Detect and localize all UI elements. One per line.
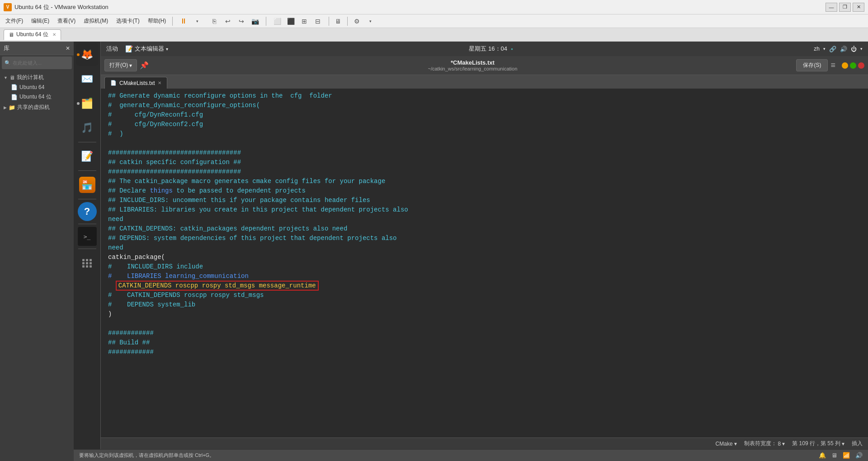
- editor-maximize-btn[interactable]: [850, 62, 856, 69]
- tree-icon-mycomputer: 🖥: [9, 75, 15, 81]
- dock-rhythmbox[interactable]: 🎵: [76, 117, 99, 139]
- gnome-topbar: 活动 📝 文本编辑器 ▾ 星期五 16：04 ● zh ▾: [101, 42, 868, 56]
- code-line-7: ###################################: [101, 148, 868, 158]
- status-bar: CMake ▾ 制表符宽度： 8 ▾ 第 109 行，第 55 列 ▾ 插入: [101, 437, 868, 449]
- menu-vm[interactable]: 虚拟机(M): [80, 16, 112, 26]
- code-editor[interactable]: ## Generate dynamic reconfigure options …: [101, 89, 868, 437]
- send-ctrl-alt-del[interactable]: ⎘: [208, 16, 221, 27]
- status-bar-right: CMake ▾ 制表符宽度： 8 ▾ 第 109 行，第 55 列 ▾ 插入: [716, 440, 863, 447]
- code-line-16: ## DEPENDS: system dependencies of this …: [101, 234, 868, 243]
- preferences[interactable]: ⚙: [350, 16, 363, 27]
- editor-close-btn[interactable]: [858, 62, 864, 69]
- position-label: 第 109 行，第 55 列: [792, 440, 840, 447]
- tree-node-ubuntu64bit[interactable]: 📄 Ubuntu 64 位: [0, 92, 74, 102]
- gnome-appname[interactable]: 📝 文本编辑器 ▾: [125, 45, 168, 53]
- menu-file[interactable]: 文件(F): [2, 16, 27, 26]
- code-line-18: catkin_package(: [101, 253, 868, 262]
- vm-tab-label: Ubuntu 64 位: [16, 31, 48, 38]
- title-bar: V Ubuntu 64 位 - VMware Workstation — ❐ ✕: [0, 0, 868, 14]
- open-button[interactable]: 打开(O) ▾: [104, 59, 137, 71]
- code-line-9: ###################################: [101, 167, 868, 177]
- editor-minimize-btn[interactable]: [842, 62, 848, 69]
- editor-menu-icon[interactable]: ≡: [830, 61, 835, 70]
- search-icon: 🔍: [5, 60, 11, 66]
- view-normal[interactable]: ⬜: [271, 16, 283, 27]
- gnome-lang-arrow: ▾: [823, 47, 826, 51]
- view-unity[interactable]: ⊞: [298, 16, 311, 27]
- sidebar-tree: ▼ 🖥 我的计算机 📄 Ubuntu 64 📄 Ubuntu 64 位 ▶ 📁 …: [0, 71, 74, 461]
- file-path: ~/catkin_ws/src/learning_communication: [149, 66, 796, 71]
- content-with-dock: 🦊 ✉️ 🗂️ 🎵 📝 🏪: [74, 42, 868, 449]
- gnome-clock-dot: ●: [511, 47, 513, 51]
- code-line-2: # generate_dynamic_reconfigure_options(: [101, 101, 868, 110]
- dock-writer[interactable]: 📝: [76, 145, 99, 168]
- dock-thunderbird[interactable]: ✉️: [76, 68, 99, 90]
- editor-tabs: 📄 CMakeLists.txt ✕: [101, 75, 868, 89]
- gnome-clock: 星期五 16：04: [469, 45, 507, 53]
- editor-titlebar-left: 打开(O) ▾ 📌: [104, 59, 149, 71]
- status-position[interactable]: 第 109 行，第 55 列 ▾: [792, 440, 844, 447]
- dock-separator-4: [78, 224, 96, 224]
- dock-software[interactable]: 🏪: [76, 174, 99, 196]
- save-button[interactable]: 保存(S): [796, 59, 828, 71]
- tree-icon-ubuntu64bit: 📄: [11, 94, 18, 100]
- close-button[interactable]: ✕: [853, 3, 864, 12]
- gnome-lang[interactable]: zh: [814, 46, 820, 52]
- software-icon: 🏪: [79, 177, 95, 193]
- app-dock: 🦊 ✉️ 🗂️ 🎵 📝 🏪: [74, 42, 101, 449]
- terminal-icon: >_: [84, 233, 91, 240]
- status-language[interactable]: CMake ▾: [716, 441, 737, 447]
- dock-terminal[interactable]: >_: [78, 227, 97, 246]
- sidebar-search-box[interactable]: 🔍: [2, 56, 72, 69]
- vm-tab-close[interactable]: ✕: [52, 32, 56, 37]
- notification-text: 要将输入定向到该虚拟机，请在虚拟机内部单击或按 Ctrl+G。: [79, 452, 214, 459]
- tab-width-arrow: ▾: [782, 441, 785, 447]
- vm-tab-ubuntu[interactable]: 🖥 Ubuntu 64 位 ✕: [4, 29, 61, 40]
- dock-files[interactable]: 🗂️: [76, 92, 99, 115]
- menu-tab[interactable]: 选项卡(T): [113, 16, 143, 26]
- view-fullscreen[interactable]: ⬛: [284, 16, 297, 27]
- insert-mode-label: 插入: [852, 440, 863, 447]
- toolbar-group-2: ⎘ ↩ ↪ 📷: [208, 16, 261, 27]
- main-layout: 库 ✕ 🔍 ▼ 🖥 我的计算机 📄 Ubuntu 64 📄 Ubuntu 64 …: [0, 42, 868, 461]
- pause-arrow[interactable]: ▾: [191, 16, 203, 27]
- notification-right: 🔔 🖥 📶 🔊: [819, 452, 863, 459]
- menu-bar: 文件(F) 编辑(E) 查看(V) 虚拟机(M) 选项卡(T) 帮助(H) ⏸ …: [0, 14, 868, 28]
- menu-help[interactable]: 帮助(H): [144, 16, 170, 26]
- pause-button[interactable]: ⏸: [177, 16, 190, 27]
- gnome-system-arrow[interactable]: ▾: [860, 47, 863, 51]
- pin-icon[interactable]: 📌: [140, 61, 149, 70]
- menu-view[interactable]: 查看(V): [54, 16, 79, 26]
- sidebar-search-input[interactable]: [13, 60, 69, 66]
- code-line-active[interactable]: CATKIN_DEPENDS roscpp rospy std_msgs mes…: [101, 281, 868, 291]
- snapshot-back[interactable]: ↩: [222, 16, 234, 27]
- dock-apps[interactable]: [76, 252, 99, 274]
- tree-label-mycomputer: 我的计算机: [17, 74, 44, 81]
- console-view[interactable]: 🖥: [332, 16, 344, 27]
- gnome-activities[interactable]: 活动: [106, 45, 118, 53]
- code-line-24: ): [101, 310, 868, 319]
- code-line-3: # cfg/DynReconf1.cfg: [101, 110, 868, 120]
- tab-close-btn[interactable]: ✕: [158, 80, 161, 85]
- dock-separator-3: [78, 199, 96, 199]
- view-settings[interactable]: ⊟: [311, 16, 324, 27]
- menu-edit[interactable]: 编辑(E): [28, 16, 53, 26]
- editor-tab-cmake[interactable]: 📄 CMakeLists.txt ✕: [104, 77, 167, 89]
- toolbar-separator-2: [266, 17, 266, 26]
- dock-firefox[interactable]: 🦊: [76, 43, 99, 66]
- sidebar-close-icon[interactable]: ✕: [66, 45, 70, 52]
- preferences-arrow[interactable]: ▾: [364, 16, 377, 27]
- status-tab-width[interactable]: 制表符宽度： 8 ▾: [744, 440, 785, 447]
- dock-help[interactable]: ?: [78, 202, 97, 221]
- snapshot-forward[interactable]: ↪: [235, 16, 248, 27]
- tree-node-ubuntu64[interactable]: 📄 Ubuntu 64: [0, 83, 74, 92]
- notification-bar: 要将输入定向到该虚拟机，请在虚拟机内部单击或按 Ctrl+G。 🔔 🖥 📶 🔊: [74, 449, 868, 461]
- gnome-network-icon: 🔗: [829, 46, 836, 52]
- maximize-button[interactable]: ❐: [839, 3, 851, 12]
- minimize-button[interactable]: —: [826, 3, 837, 12]
- dock-separator-2: [78, 170, 96, 171]
- snapshot-take[interactable]: 📷: [249, 16, 261, 27]
- tree-node-shared[interactable]: ▶ 📁 共享的虚拟机: [0, 102, 74, 113]
- tree-node-mycomputer[interactable]: ▼ 🖥 我的计算机: [0, 72, 74, 83]
- title-bar-left: V Ubuntu 64 位 - VMware Workstation: [4, 3, 108, 11]
